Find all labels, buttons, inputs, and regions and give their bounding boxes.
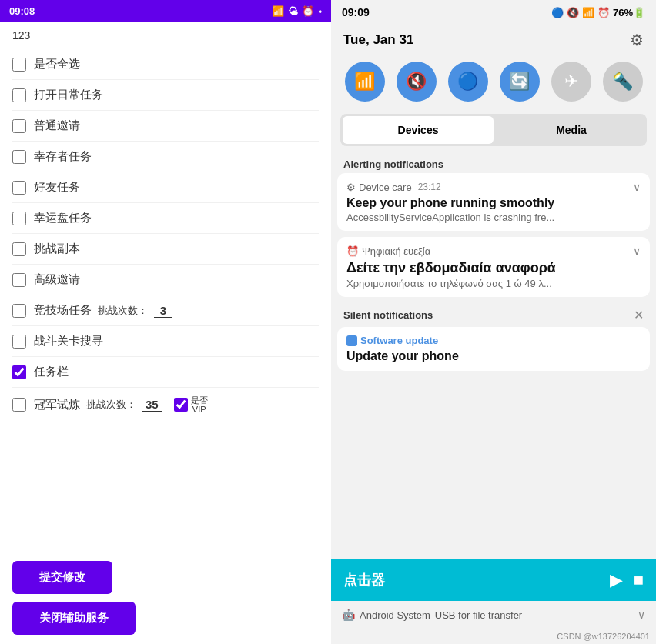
device-care-chevron: ∨ <box>633 181 641 193</box>
device-care-body: AccessbilityServiceApplication is crashi… <box>346 212 641 223</box>
tab-devices[interactable]: Devices <box>343 116 494 144</box>
device-care-header: ⚙ Device care 23:12 ∨ <box>346 181 641 193</box>
tab-media[interactable]: Media <box>496 114 647 146</box>
champion-challenge-label: 挑战次数： <box>86 398 136 412</box>
checkbox-daily-task[interactable]: 打开日常任务 <box>12 80 319 111</box>
champion-challenge-count: 35 <box>142 398 162 412</box>
wifi-status-icon: 📶 <box>582 7 594 18</box>
battle-search-label: 战斗关卡搜寻 <box>34 334 103 349</box>
software-update-icon <box>346 335 357 346</box>
taskbar-row[interactable]: 任务栏 <box>12 357 319 388</box>
checkbox-lucky-disk-label: 幸运盘任务 <box>34 211 92 225</box>
champion-label: 冠军试炼 <box>34 398 80 412</box>
media-controls: ▶ ■ <box>610 570 644 590</box>
digital-wellbeing-chevron: ∨ <box>633 245 641 257</box>
software-update-title: Update your phone <box>346 349 641 363</box>
bottom-buttons: 提交修改 关闭辅助服务 <box>0 552 331 644</box>
software-update-app-name: Software update <box>360 335 438 346</box>
digital-wellbeing-title: Δείτε την εβδομαδιαία αναφορά <box>346 260 641 276</box>
flashlight-toggle[interactable]: 🔦 <box>603 62 643 102</box>
champion-row[interactable]: 冠军试炼 挑战次数： 35 是否 VIP <box>12 388 319 422</box>
airplane-toggle[interactable]: ✈ <box>551 62 591 102</box>
vip-row[interactable]: 是否 VIP <box>174 395 208 414</box>
arena-task-checkbox[interactable] <box>12 304 26 318</box>
checkbox-lucky-disk[interactable]: 幸运盘任务 <box>12 203 319 234</box>
checkbox-all-select[interactable]: 是否全选 <box>12 49 319 80</box>
checkbox-daily-task-input[interactable] <box>12 88 26 102</box>
digital-wellbeing-app-name: ⏰ Ψηφιακή ευεξία <box>346 245 430 257</box>
wifi-toggle[interactable]: 📶 <box>345 62 385 102</box>
notifications-area: Alerting notifications ⚙ Device care 23:… <box>331 152 656 559</box>
taskbar-checkbox[interactable] <box>12 365 26 379</box>
status-alarm-icon: ⏰ <box>302 5 314 17</box>
digital-wellbeing-notification[interactable]: ⏰ Ψηφιακή ευεξία ∨ Δείτε την εβδομαδιαία… <box>337 237 650 297</box>
champion-checkbox[interactable] <box>12 398 26 412</box>
status-signal-icon: 🌤 <box>288 5 298 17</box>
android-system-label: Android System <box>360 609 430 621</box>
alerting-section-title: Alerting notifications <box>337 152 650 173</box>
device-care-title: Keep your phone running smoothly <box>346 196 641 210</box>
media-player-title: 点击器 <box>343 571 385 589</box>
checkbox-advanced-invite-input[interactable] <box>12 273 26 287</box>
silent-section-title: Silent notifications <box>343 309 433 321</box>
checkbox-friend-task[interactable]: 好友任务 <box>12 172 319 203</box>
digital-wellbeing-icon: ⏰ <box>346 245 359 257</box>
checkbox-survivor-task-input[interactable] <box>12 150 26 164</box>
data-toggle-icon: 🔄 <box>509 72 530 92</box>
media-stop-button[interactable]: ■ <box>634 570 644 590</box>
left-status-bar: 09:08 📶 🌤 ⏰ • <box>0 0 331 22</box>
notification-tabs: Devices Media <box>340 114 647 146</box>
device-care-app-icon: ⚙ <box>346 182 356 193</box>
battle-search-row[interactable]: 战斗关卡搜寻 <box>12 326 319 357</box>
arena-challenge-row: 竞技场任务 挑战次数： 3 <box>34 303 172 318</box>
checkbox-challenge-copy-label: 挑战副本 <box>34 242 80 256</box>
checkbox-daily-task-label: 打开日常任务 <box>34 88 103 102</box>
battery-text: 76%🔋 <box>613 7 645 18</box>
left-time: 09:08 <box>9 5 35 17</box>
csdn-watermark: CSDN @w13726204401 <box>331 629 656 644</box>
checkbox-survivor-task-label: 幸存者任务 <box>34 149 92 164</box>
quick-toggles-row: 📶 🔇 🔵 🔄 ✈ 🔦 <box>331 55 656 108</box>
checkbox-all-select-input[interactable] <box>12 58 26 72</box>
airplane-toggle-icon: ✈ <box>564 72 578 92</box>
left-content: 123 是否全选 打开日常任务 普通邀请 幸存者任务 好友任务 幸运盘任务 <box>0 22 331 552</box>
silent-section: Silent notifications ✕ <box>337 303 650 327</box>
android-system-row[interactable]: 🤖 Android System USB for file transfer ∨ <box>331 601 656 629</box>
settings-icon[interactable]: ⚙ <box>630 31 644 49</box>
bluetooth-toggle-icon: 🔵 <box>457 72 478 92</box>
checkbox-normal-invite[interactable]: 普通邀请 <box>12 111 319 142</box>
checkbox-friend-task-input[interactable] <box>12 181 26 195</box>
software-update-app-row: Software update <box>346 335 641 346</box>
bluetooth-toggle[interactable]: 🔵 <box>448 62 488 102</box>
digital-wellbeing-header: ⏰ Ψηφιακή ευεξία ∨ <box>346 245 641 257</box>
checkbox-survivor-task[interactable]: 幸存者任务 <box>12 142 319 172</box>
sound-toggle[interactable]: 🔇 <box>397 62 437 102</box>
alarm-status-icon: ⏰ <box>597 7 610 18</box>
wifi-toggle-icon: 📶 <box>354 72 375 92</box>
checkbox-lucky-disk-input[interactable] <box>12 212 26 225</box>
right-time: 09:09 <box>342 6 370 18</box>
vip-checkbox[interactable] <box>174 398 188 412</box>
close-service-button[interactable]: 关闭辅助服务 <box>12 602 136 635</box>
right-date-row: Tue, Jan 31 ⚙ <box>331 25 656 55</box>
android-system-icon: 🤖 <box>342 609 355 621</box>
software-update-notification[interactable]: Software update Update your phone <box>337 327 650 371</box>
device-care-notification[interactable]: ⚙ Device care 23:12 ∨ Keep your phone ru… <box>337 173 650 231</box>
device-care-time: 23:12 <box>418 182 441 192</box>
sound-toggle-icon: 🔇 <box>406 72 427 92</box>
arena-task-row[interactable]: 竞技场任务 挑战次数： 3 <box>12 295 319 326</box>
checkbox-advanced-invite[interactable]: 高级邀请 <box>12 265 319 295</box>
submit-button[interactable]: 提交修改 <box>12 561 112 594</box>
data-toggle[interactable]: 🔄 <box>500 62 540 102</box>
checkbox-challenge-copy[interactable]: 挑战副本 <box>12 234 319 265</box>
silent-close-icon[interactable]: ✕ <box>634 308 644 322</box>
page-number: 123 <box>12 29 319 42</box>
right-panel: 09:09 🔵 🔇 📶 ⏰ 76%🔋 Tue, Jan 31 ⚙ 📶 🔇 🔵 🔄… <box>331 0 656 644</box>
checkbox-normal-invite-input[interactable] <box>12 119 26 133</box>
battle-search-checkbox[interactable] <box>12 335 26 349</box>
checkbox-normal-invite-label: 普通邀请 <box>34 118 80 133</box>
arena-challenge-count: 3 <box>154 304 172 318</box>
left-panel: 09:08 📶 🌤 ⏰ • 123 是否全选 打开日常任务 普通邀请 幸存者任务 <box>0 0 331 644</box>
media-play-button[interactable]: ▶ <box>610 570 623 590</box>
checkbox-challenge-copy-input[interactable] <box>12 242 26 256</box>
